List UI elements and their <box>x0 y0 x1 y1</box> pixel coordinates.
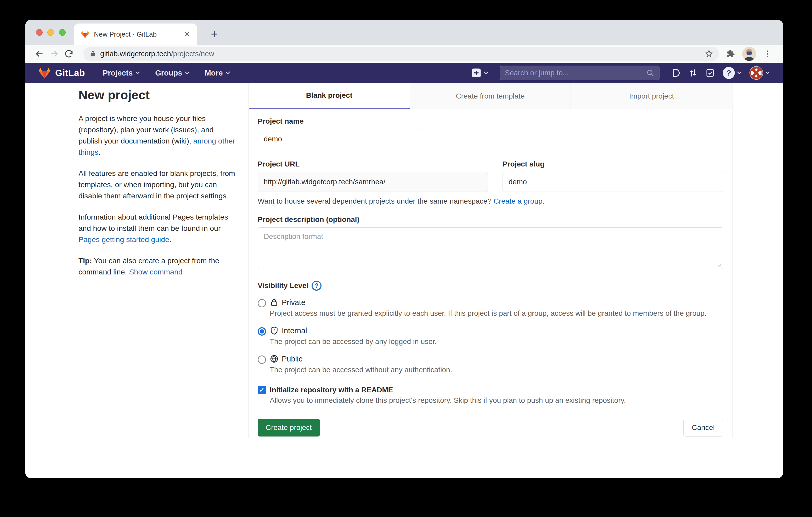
pages-guide-link[interactable]: Pages getting started guide <box>79 235 169 244</box>
chevron-down-icon <box>135 71 140 74</box>
url-path: /projects/new <box>171 50 214 58</box>
visibility-option-public: Public The project can be accessed witho… <box>258 355 723 375</box>
private-radio[interactable] <box>258 299 266 307</box>
search-icon <box>646 69 655 77</box>
gitlab-navbar-right: ? <box>471 66 770 80</box>
gitlab-favicon-icon <box>81 30 89 38</box>
extensions-puzzle-icon[interactable] <box>725 49 735 59</box>
toolbar-right <box>725 47 772 61</box>
tab-create-from-template[interactable]: Create from template <box>410 83 571 109</box>
create-a-group-link[interactable]: Create a group. <box>494 197 545 205</box>
close-window-button[interactable] <box>36 29 42 36</box>
merge-requests-icon[interactable] <box>688 68 698 78</box>
new-project-sidebar: New project A project is where you house… <box>79 87 239 278</box>
new-project-pane: Blank project Create from template Impor… <box>249 83 732 438</box>
help-menu[interactable]: ? <box>723 67 742 79</box>
browser-toolbar: gitlab.widgetcorp.tech/projects/new <box>25 45 783 63</box>
readme-label: Initialize repository with a README <box>270 386 393 394</box>
internal-radio[interactable] <box>258 327 266 336</box>
p1-period: . <box>98 148 100 156</box>
issues-icon[interactable] <box>671 68 680 78</box>
url-host: gitlab.widgetcorp.tech <box>100 50 171 58</box>
menu-more-label: More <box>205 69 223 78</box>
globe-icon <box>270 355 279 363</box>
chevron-down-icon <box>226 71 230 74</box>
internal-option-body: Internal The project can be accessed by … <box>270 326 437 347</box>
private-title-row: Private <box>270 298 706 307</box>
gitlab-navbar: GitLab Projects Groups More <box>25 63 783 83</box>
project-description-textarea[interactable] <box>258 227 723 269</box>
zoom-window-button[interactable] <box>59 29 66 36</box>
tab-blank-project[interactable]: Blank project <box>249 83 410 109</box>
show-command-link[interactable]: Show command <box>129 268 182 276</box>
readme-group: ✓ Initialize repository with a README Al… <box>258 386 723 405</box>
url-text: gitlab.widgetcorp.tech/projects/new <box>100 50 214 58</box>
internal-option-desc: The project can be accessed by any logge… <box>270 336 437 347</box>
address-bar[interactable]: gitlab.widgetcorp.tech/projects/new <box>83 47 719 61</box>
forward-icon[interactable] <box>47 47 61 61</box>
todos-icon[interactable] <box>705 68 715 78</box>
minimize-window-button[interactable] <box>47 29 54 36</box>
resize-grip-icon[interactable] <box>717 262 722 267</box>
readme-checkbox-row: ✓ Initialize repository with a README <box>258 386 723 394</box>
sidebar-paragraph-3: Information about additional Pages templ… <box>79 211 239 245</box>
gitlab-logo[interactable]: GitLab <box>38 67 85 79</box>
browser-menu-dots-icon[interactable] <box>763 50 772 58</box>
public-title-row: Public <box>270 355 452 363</box>
project-description-group: Project description (optional) <box>258 215 723 269</box>
namespace-hint-text: Want to house several dependent projects… <box>258 197 494 205</box>
lock-icon <box>270 298 279 307</box>
search-input[interactable] <box>505 69 646 77</box>
menu-projects-label: Projects <box>103 69 133 78</box>
new-tab-button[interactable]: + <box>206 26 223 42</box>
browser-tabstrip: New Project · GitLab ✕ + <box>25 20 783 45</box>
visibility-help-icon[interactable]: ? <box>312 281 321 291</box>
readme-desc: Allows you to immediately clone this pro… <box>270 396 723 405</box>
description-textarea-wrap <box>258 227 723 269</box>
lock-icon <box>89 50 96 58</box>
project-slug-input[interactable] <box>502 172 723 192</box>
browser-tab-title: New Project · GitLab <box>94 30 179 38</box>
project-slug-group: Project slug <box>502 160 723 192</box>
public-option-desc: The project can be accessed without any … <box>270 364 452 375</box>
p3-text: Information about additional Pages templ… <box>79 213 228 232</box>
browser-tab[interactable]: New Project · GitLab ✕ <box>74 24 197 45</box>
close-tab-icon[interactable]: ✕ <box>184 30 190 39</box>
shield-icon <box>270 326 279 335</box>
user-avatar <box>750 66 763 80</box>
readme-checkbox[interactable]: ✓ <box>258 386 266 394</box>
p3-period: . <box>169 235 171 244</box>
namespace-hint: Want to house several dependent projects… <box>258 197 723 206</box>
bookmark-star-icon[interactable] <box>704 50 714 58</box>
project-url-input[interactable] <box>258 172 488 192</box>
back-icon[interactable] <box>32 47 47 61</box>
menu-groups[interactable]: Groups <box>155 69 190 78</box>
private-option-body: Private Project access must be granted e… <box>270 298 706 319</box>
project-url-label: Project URL <box>258 160 488 168</box>
menu-more[interactable]: More <box>205 69 230 78</box>
project-description-label: Project description (optional) <box>258 215 723 224</box>
menu-projects[interactable]: Projects <box>103 69 140 78</box>
global-search[interactable] <box>500 66 660 80</box>
project-name-input[interactable] <box>258 129 425 149</box>
browser-profile-avatar[interactable] <box>742 47 756 61</box>
sidebar-tip: Tip: You can also create a project from … <box>79 255 239 278</box>
gitlab-tanuki-icon <box>38 67 51 79</box>
form-actions: Create project Cancel <box>258 419 723 436</box>
public-option-label: Public <box>282 355 302 363</box>
project-type-tabs: Blank project Create from template Impor… <box>249 83 732 109</box>
tab-import-project[interactable]: Import project <box>571 83 732 109</box>
visibility-level-row: Visibility Level ? <box>258 281 723 291</box>
reload-icon[interactable] <box>61 47 76 61</box>
chevron-down-icon <box>737 71 742 74</box>
public-radio[interactable] <box>258 356 266 364</box>
cancel-button[interactable]: Cancel <box>683 419 723 436</box>
menu-groups-label: Groups <box>155 69 182 78</box>
visibility-level-label: Visibility Level <box>258 281 309 290</box>
create-project-button[interactable]: Create project <box>258 419 320 436</box>
user-menu[interactable] <box>750 66 770 80</box>
new-item-dropdown[interactable] <box>471 68 488 78</box>
project-name-label: Project name <box>258 117 425 125</box>
internal-title-row: Internal <box>270 326 437 335</box>
url-slug-row: Project URL Project slug <box>258 160 723 192</box>
